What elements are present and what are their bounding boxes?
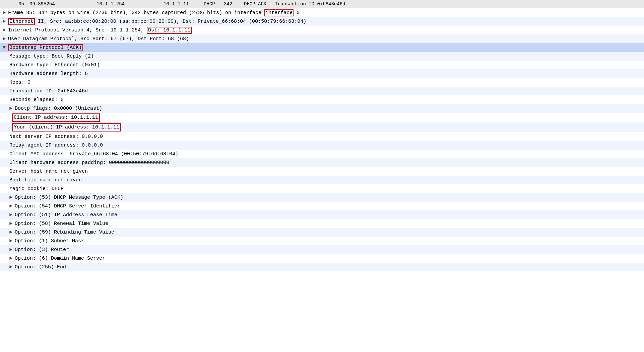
hops-row: Hops: 0 xyxy=(0,78,644,87)
expand-icon-udp[interactable]: ► xyxy=(3,35,8,42)
opt-53-text: Option: (53) DHCP Message Type (ACK) xyxy=(15,194,123,201)
transaction-id-text: Transaction ID: 0xb843e46d xyxy=(9,88,88,95)
opt-58-row[interactable]: ► Option: (58) Renewal Time Value xyxy=(0,219,644,228)
hw-type-row: Hardware type: Ethernet (0x01) xyxy=(0,61,644,69)
boot-file-text: Boot file name not given xyxy=(9,177,82,184)
frame-text: Frame 35: 342 bytes on wire (2736 bits),… xyxy=(8,9,300,16)
frame-row[interactable]: ► Frame 35: 342 bytes on wire (2736 bits… xyxy=(0,8,644,17)
hw-type-text: Hardware type: Ethernet (0x01) xyxy=(9,62,100,69)
bootp-flags-text: Bootp flags: 0x0000 (Unicast) xyxy=(15,105,102,112)
expand-icon-opt-1[interactable]: ► xyxy=(9,238,15,245)
next-server-ip-row: Next server IP address: 0.0.0.0 xyxy=(0,132,644,141)
msg-type-text: Message type: Boot Reply (2) xyxy=(9,53,94,60)
expand-icon-ethernet[interactable]: ► xyxy=(3,18,8,25)
your-ip-row: Your (client) IP address: 10.1.1.11 xyxy=(0,122,644,132)
opt-53-row[interactable]: ► Option: (53) DHCP Message Type (ACK) xyxy=(0,193,644,202)
bootstrap-row[interactable]: ▼ Bootstrap Protocol (ACK) xyxy=(0,43,644,52)
packet-time: 39.895254 xyxy=(29,1,96,7)
your-ip-text: Your (client) IP address: 10.1.1.11 xyxy=(12,123,121,131)
expand-icon-opt-255[interactable]: ► xyxy=(9,264,15,271)
opt-6-row[interactable]: ► Option: (6) Domain Name Server xyxy=(0,254,644,263)
expand-icon-opt-59[interactable]: ► xyxy=(9,229,15,236)
msg-type-row: Message type: Boot Reply (2) xyxy=(0,52,644,61)
opt-255-row[interactable]: ► Option: (255) End xyxy=(0,263,644,271)
packet-len: 342 xyxy=(224,1,244,7)
opt-59-text: Option: (59) Rebinding Time Value xyxy=(15,229,114,236)
transaction-id-row: Transaction ID: 0xb843e46d xyxy=(0,87,644,95)
opt-255-text: Option: (255) End xyxy=(15,264,66,271)
opt-1-row[interactable]: ► Option: (1) Subnet Mask xyxy=(0,237,644,245)
expand-icon-bootstrap[interactable]: ▼ xyxy=(3,44,8,51)
client-hw-padding-row: Client hardware address padding: 0000000… xyxy=(0,158,644,167)
opt-3-text: Option: (3) Router xyxy=(15,246,69,253)
expand-icon-opt-6[interactable]: ► xyxy=(9,255,15,262)
opt-51-text: Option: (51) IP Address Lease Time xyxy=(15,211,117,218)
expand-icon-opt-3[interactable]: ► xyxy=(9,246,15,253)
expand-icon-opt-58[interactable]: ► xyxy=(9,220,15,227)
opt-58-text: Option: (58) Renewal Time Value xyxy=(15,220,108,227)
opt-59-row[interactable]: ► Option: (59) Rebinding Time Value xyxy=(0,228,644,237)
relay-agent-ip-row: Relay agent IP address: 0.0.0.0 xyxy=(0,141,644,150)
packet-no: 35 xyxy=(3,1,29,7)
udp-text: User Datagram Protocol, Src Port: 67 (67… xyxy=(8,35,189,42)
expand-icon-bootp[interactable]: ► xyxy=(9,105,15,112)
seconds-row: Seconds elapsed: 0 xyxy=(0,95,644,104)
expand-icon-opt-54[interactable]: ► xyxy=(9,203,15,210)
client-ip-text: Client IP address: 10.1.1.11 xyxy=(12,113,100,122)
server-host-text: Server host name not given xyxy=(9,168,88,175)
opt-6-text: Option: (6) Domain Name Server xyxy=(15,255,105,262)
packet-header-bar: 35 39.895254 10.1.1.254 10.1.1.11 DHCP 3… xyxy=(0,0,644,8)
client-mac-text: Client MAC address: Private_66:68:04 (00… xyxy=(9,151,178,158)
server-host-row: Server host name not given xyxy=(0,167,644,176)
packet-proto: DHCP xyxy=(204,1,224,7)
expand-icon-opt-51[interactable]: ► xyxy=(9,211,15,218)
client-ip-row: Client IP address: 10.1.1.11 xyxy=(0,113,644,122)
opt-54-row[interactable]: ► Option: (54) DHCP Server Identifier xyxy=(0,202,644,210)
next-server-ip-text: Next server IP address: 0.0.0.0 xyxy=(9,133,103,140)
client-mac-row: Client MAC address: Private_66:68:04 (00… xyxy=(0,150,644,158)
packet-info: DHCP ACK - Transaction ID 0xb843e46d xyxy=(244,1,641,7)
seconds-text: Seconds elapsed: 0 xyxy=(9,96,64,103)
opt-51-row[interactable]: ► Option: (51) IP Address Lease Time xyxy=(0,210,644,219)
opt-1-text: Option: (1) Subnet Mask xyxy=(15,238,84,245)
hw-addr-len-text: Hardware address length: 6 xyxy=(9,70,88,77)
packet-src: 10.1.1.254 xyxy=(96,1,164,7)
bootstrap-text: Bootstrap Protocol (ACK) xyxy=(8,44,83,51)
opt-3-row[interactable]: ► Option: (3) Router xyxy=(0,245,644,254)
ip-row[interactable]: ► Internet Protocol Version 4, Src: 10.1… xyxy=(0,26,644,34)
client-hw-padding-text: Client hardware address padding: 0000000… xyxy=(9,159,169,166)
boot-file-row: Boot file name not given xyxy=(0,176,644,184)
ethernet-row[interactable]: ► Ethernet II, Src: aa:bb:cc:00:20:00 (a… xyxy=(0,17,644,26)
detail-pane: ► Frame 35: 342 bytes on wire (2736 bits… xyxy=(0,8,644,271)
relay-agent-ip-text: Relay agent IP address: 0.0.0.0 xyxy=(9,142,103,149)
magic-cookie-text: Magic cookie: DHCP xyxy=(9,185,64,192)
expand-icon-opt-53[interactable]: ► xyxy=(9,194,15,201)
opt-54-text: Option: (54) DHCP Server Identifier xyxy=(15,203,120,210)
ip-text: Internet Protocol Version 4, Src: 10.1.1… xyxy=(8,27,192,34)
udp-row[interactable]: ► User Datagram Protocol, Src Port: 67 (… xyxy=(0,34,644,43)
magic-cookie-row: Magic cookie: DHCP xyxy=(0,184,644,193)
bootp-flags-row[interactable]: ► Bootp flags: 0x0000 (Unicast) xyxy=(0,104,644,113)
expand-icon-frame[interactable]: ► xyxy=(3,9,8,16)
hops-text: Hops: 0 xyxy=(9,79,30,86)
ethernet-text: Ethernet II, Src: aa:bb:cc:00:20:00 (aa:… xyxy=(8,18,306,25)
expand-icon-ip[interactable]: ► xyxy=(3,27,8,34)
packet-dst: 10.1.1.11 xyxy=(164,1,204,7)
hw-addr-len-row: Hardware address length: 6 xyxy=(0,69,644,78)
